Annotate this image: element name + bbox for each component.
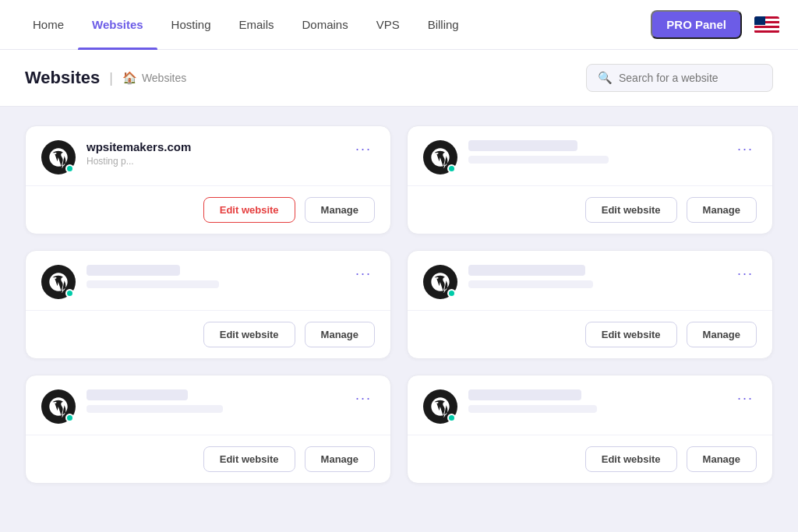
manage-button[interactable]: Manage — [687, 197, 757, 223]
edit-website-button[interactable]: Edit website — [585, 197, 677, 223]
wp-logo-wrap — [423, 389, 457, 424]
site-card-actions: Edit website Manage — [26, 186, 390, 234]
site-sub — [87, 280, 219, 288]
breadcrumb-separator: | — [109, 70, 113, 86]
more-options-button[interactable]: ··· — [734, 389, 757, 407]
status-dot — [447, 414, 456, 422]
site-name: wpsitemakers.com — [87, 140, 341, 153]
main-nav: Home Websites Hosting Emails Domains VPS… — [0, 0, 798, 50]
site-info — [468, 389, 723, 413]
edit-website-button[interactable]: Edit website — [203, 322, 295, 347]
language-flag[interactable] — [754, 16, 779, 33]
status-dot — [65, 164, 74, 173]
nav-item-billing[interactable]: Billing — [414, 0, 473, 50]
site-sub — [468, 280, 593, 288]
site-info — [468, 265, 723, 288]
nav-item-vps[interactable]: VPS — [362, 0, 414, 50]
edit-website-button[interactable]: Edit website — [203, 197, 295, 223]
site-card: ··· Edit website Manage — [407, 250, 773, 359]
manage-button[interactable]: Manage — [305, 446, 375, 472]
site-sub — [468, 156, 609, 164]
site-card-top: wpsitemakers.com Hosting p... ··· — [26, 126, 390, 185]
wp-logo-wrap — [41, 389, 76, 424]
nav-item-hosting[interactable]: Hosting — [157, 0, 225, 50]
site-card: wpsitemakers.com Hosting p... ··· Edit w… — [25, 125, 391, 234]
more-options-button[interactable]: ··· — [352, 140, 375, 157]
more-options-button[interactable]: ··· — [734, 265, 757, 282]
site-card-top: ··· — [408, 126, 772, 185]
wp-logo-wrap — [41, 140, 76, 174]
site-card-actions: Edit website Manage — [408, 311, 772, 358]
pro-panel-button[interactable]: PRO Panel — [651, 10, 742, 39]
site-info — [87, 265, 341, 288]
home-icon: 🏠 — [122, 71, 137, 85]
nav-item-websites[interactable]: Websites — [78, 0, 157, 50]
status-dot — [447, 164, 456, 173]
status-dot — [65, 289, 74, 298]
edit-website-button[interactable]: Edit website — [585, 446, 677, 472]
manage-button[interactable]: Manage — [687, 322, 757, 347]
site-card-top: ··· — [26, 375, 390, 435]
page-title: Websites — [25, 68, 100, 88]
status-dot — [65, 414, 74, 422]
site-info — [87, 389, 341, 413]
site-sub: Hosting p... — [87, 156, 341, 167]
site-card-actions: Edit website Manage — [408, 435, 772, 483]
site-name — [87, 389, 188, 400]
site-card-top: ··· — [26, 251, 390, 310]
nav-item-domains[interactable]: Domains — [288, 0, 362, 50]
more-options-button[interactable]: ··· — [352, 265, 375, 282]
wp-logo-wrap — [41, 265, 76, 299]
edit-website-button[interactable]: Edit website — [203, 446, 295, 472]
wp-logo-wrap — [423, 265, 457, 299]
nav-item-home[interactable]: Home — [19, 0, 78, 50]
site-name — [468, 389, 581, 400]
manage-button[interactable]: Manage — [305, 197, 375, 223]
site-card: ··· Edit website Manage — [407, 375, 773, 484]
search-input[interactable] — [619, 72, 761, 84]
site-info — [468, 140, 723, 164]
manage-button[interactable]: Manage — [687, 446, 757, 472]
site-info: wpsitemakers.com Hosting p... — [87, 140, 341, 167]
site-name — [468, 140, 577, 151]
site-card-actions: Edit website Manage — [26, 435, 390, 483]
site-sub — [87, 405, 223, 413]
manage-button[interactable]: Manage — [305, 322, 375, 347]
breadcrumb: 🏠 Websites — [122, 71, 186, 85]
wp-logo-wrap — [423, 140, 457, 174]
site-card-top: ··· — [408, 251, 772, 310]
search-icon: 🔍 — [598, 71, 613, 85]
status-dot — [447, 289, 456, 298]
more-options-button[interactable]: ··· — [734, 140, 757, 157]
main-content: wpsitemakers.com Hosting p... ··· Edit w… — [0, 107, 798, 532]
sites-grid: wpsitemakers.com Hosting p... ··· Edit w… — [25, 125, 773, 484]
more-options-button[interactable]: ··· — [352, 389, 375, 407]
breadcrumb-label: Websites — [142, 72, 186, 84]
site-card-actions: Edit website Manage — [26, 311, 390, 358]
site-name — [87, 265, 180, 276]
site-card: ··· Edit website Manage — [25, 375, 391, 484]
site-name — [468, 265, 585, 276]
edit-website-button[interactable]: Edit website — [585, 322, 677, 347]
nav-item-emails[interactable]: Emails — [224, 0, 288, 50]
search-bar: 🔍 — [586, 64, 773, 92]
site-card: ··· Edit website Manage — [25, 250, 391, 359]
page-header: Websites | 🏠 Websites 🔍 — [0, 50, 798, 107]
site-card: ··· Edit website Manage — [407, 125, 773, 234]
site-card-top: ··· — [408, 375, 772, 435]
site-card-actions: Edit website Manage — [408, 186, 772, 234]
site-sub — [468, 405, 597, 413]
